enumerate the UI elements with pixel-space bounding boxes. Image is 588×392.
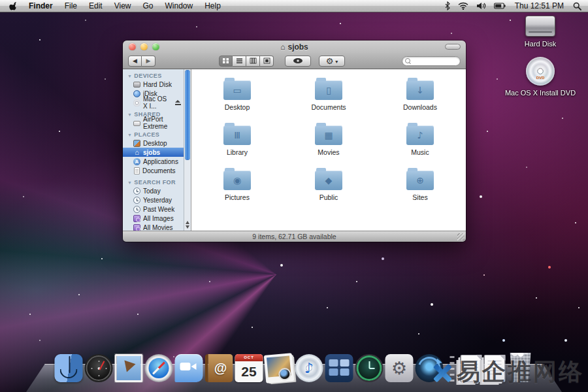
scroll-up-arrow[interactable]: [186, 221, 189, 224]
dock-downloads-stack-icon[interactable]: [484, 355, 506, 382]
resize-grip[interactable]: [457, 233, 465, 240]
sidebar-item-airport-extreme[interactable]: AirPort Extreme: [123, 118, 184, 127]
dock-itunes-icon[interactable]: [295, 354, 323, 382]
column-view-button[interactable]: [246, 56, 260, 67]
dock-ichat-icon[interactable]: [175, 354, 203, 382]
volume-menu-extra[interactable]: [474, 2, 489, 10]
dock-dashboard-icon[interactable]: [85, 354, 113, 382]
sidebar-item-desktop[interactable]: Desktop: [123, 139, 184, 148]
sidebar-item-all-movies[interactable]: All Movies: [123, 223, 184, 231]
menu-view[interactable]: View: [108, 0, 137, 12]
menu-go[interactable]: Go: [137, 0, 159, 12]
dock-trash-icon[interactable]: [508, 351, 534, 382]
wifi-menu-extra[interactable]: [455, 2, 471, 10]
smart-folder-icon: [133, 224, 140, 231]
desktop-icon-install-dvd[interactable]: DVD Mac OS X Install DVD: [504, 57, 576, 97]
scroll-down-arrow[interactable]: [186, 225, 189, 229]
sidebar-header-devices[interactable]: ▼DEVICES: [123, 72, 184, 80]
dock-iphoto-icon[interactable]: [264, 353, 295, 384]
dock-spaces-icon[interactable]: [325, 354, 353, 382]
eye-icon: [293, 57, 303, 64]
bluetooth-menu-extra[interactable]: [442, 1, 453, 10]
quick-look-button[interactable]: [285, 56, 311, 67]
back-button[interactable]: ◀: [128, 56, 142, 67]
folder-label: Music: [411, 148, 429, 156]
eject-icon[interactable]: [175, 100, 181, 105]
toolbar-toggle-button[interactable]: [445, 44, 461, 50]
sidebar-item-yesterday[interactable]: Yesterday: [123, 195, 184, 204]
idisk-icon: [133, 90, 140, 97]
search-field[interactable]: [402, 56, 461, 66]
menu-edit[interactable]: Edit: [83, 0, 108, 12]
clock-icon: [133, 188, 140, 195]
spotlight-menu-extra[interactable]: [570, 2, 584, 10]
list-view-glyph: [236, 57, 243, 64]
sidebar-item-applications[interactable]: Applications: [123, 157, 184, 166]
sidebar-header-search-for[interactable]: ▼SEARCH FOR: [123, 178, 184, 186]
scrollbar-thumb[interactable]: [185, 70, 190, 160]
menu-finder[interactable]: Finder: [23, 0, 59, 12]
folder-library[interactable]: Ⅲ Library: [191, 122, 283, 161]
dock-documents-stack-icon[interactable]: [461, 355, 482, 382]
dock-safari-icon[interactable]: [145, 354, 173, 382]
icon-view-button[interactable]: [219, 56, 233, 67]
sidebar-item-macosx-disc[interactable]: Mac OS X I...: [123, 98, 184, 107]
folder-label: Documents: [311, 103, 346, 111]
dock-software-update-icon[interactable]: [416, 354, 444, 382]
list-view-button[interactable]: [233, 56, 246, 67]
spotlight-search-icon: [573, 2, 581, 10]
menu-bar-clock[interactable]: Thu 12:51 PM: [511, 1, 568, 10]
finder-content-area[interactable]: ▭ Desktop ▯ Documents ↓ Downloads Ⅲ Libr…: [191, 69, 466, 231]
folder-public[interactable]: ◆ Public: [283, 167, 374, 206]
menu-file[interactable]: File: [59, 0, 83, 12]
dock-mail-icon[interactable]: [115, 354, 143, 382]
dock-system-preferences-icon[interactable]: [385, 354, 414, 382]
window-titlebar[interactable]: sjobs: [123, 41, 466, 53]
globe-glyph-icon: ⊕: [416, 176, 424, 185]
coverflow-view-button[interactable]: [260, 56, 274, 67]
sidebar-item-documents[interactable]: Documents: [123, 166, 184, 175]
ical-month-label: OCT: [235, 354, 263, 361]
finder-window: sjobs ◀ ▶: [123, 41, 466, 242]
folder-label: Downloads: [403, 103, 437, 111]
folder-icon: ♪: [406, 125, 434, 145]
sidebar-item-sjobs[interactable]: ⌂sjobs: [123, 148, 184, 157]
search-input[interactable]: [412, 57, 457, 65]
apple-menu[interactable]: [4, 1, 23, 11]
view-mode-switcher: [219, 56, 274, 67]
disclosure-triangle-icon: ▼: [127, 180, 132, 185]
menu-window[interactable]: Window: [159, 0, 199, 12]
sidebar-item-today[interactable]: Today: [123, 186, 184, 195]
action-menu-button[interactable]: [319, 56, 345, 67]
smart-folder-icon: [133, 215, 140, 222]
battery-menu-extra[interactable]: [491, 3, 508, 9]
sidebar-scrollbar[interactable]: [184, 69, 191, 231]
folder-documents[interactable]: ▯ Documents: [283, 77, 374, 116]
volume-icon: [476, 2, 486, 10]
folder-downloads[interactable]: ↓ Downloads: [374, 77, 466, 116]
folder-movies[interactable]: ▦ Movies: [283, 122, 374, 161]
sidebar-item-all-images[interactable]: All Images: [123, 214, 184, 223]
folder-desktop[interactable]: ▭ Desktop: [191, 77, 283, 116]
menu-help[interactable]: Help: [199, 0, 227, 12]
sidebar-header-places[interactable]: ▼PLACES: [123, 131, 184, 139]
sidebar-item-past-week[interactable]: Past Week: [123, 204, 184, 214]
dock-address-book-icon[interactable]: [205, 354, 233, 382]
clock-icon: [133, 197, 140, 204]
dock-time-machine-icon[interactable]: [355, 354, 384, 382]
folder-icon: ◆: [315, 171, 342, 190]
dock-ical-icon[interactable]: OCT 25: [235, 354, 263, 382]
desktop-picture-icon: [133, 140, 140, 147]
folder-music[interactable]: ♪ Music: [374, 122, 466, 161]
forward-button[interactable]: ▶: [142, 56, 155, 67]
folder-sites[interactable]: ⊕ Sites: [374, 167, 466, 206]
monitor-glyph-icon: ▭: [233, 86, 241, 95]
dock-finder-icon[interactable]: [55, 354, 83, 382]
folder-pictures[interactable]: ◉ Pictures: [191, 167, 283, 206]
disclosure-triangle-icon: ▼: [127, 133, 132, 137]
folder-icon: ▭: [223, 80, 251, 100]
desktop-icon-hard-disk[interactable]: Hard Disk: [504, 16, 576, 48]
document-icon: [134, 167, 140, 174]
apple-logo-icon: [9, 1, 18, 11]
sidebar-item-hard-disk[interactable]: Hard Disk: [123, 80, 184, 89]
